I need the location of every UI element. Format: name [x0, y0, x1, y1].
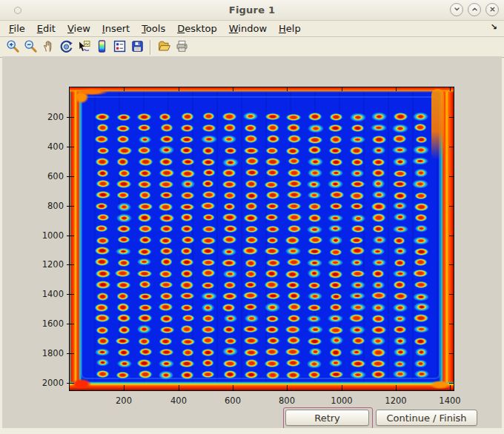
spot: [393, 247, 408, 256]
spot: [138, 190, 152, 200]
spot: [285, 123, 302, 133]
toolbar-button-zoom-out[interactable]: [21, 39, 39, 56]
continue-finish-button[interactable]: Continue / Finish: [376, 410, 477, 426]
maximize-button[interactable]: [468, 3, 481, 16]
spot: [350, 224, 366, 233]
spot: [412, 112, 429, 121]
menu-item-file[interactable]: File: [9, 23, 25, 34]
spot: [200, 348, 216, 357]
tick-mark: [233, 385, 233, 390]
spot: [264, 302, 281, 312]
spot: [179, 370, 195, 380]
spot: [159, 326, 176, 335]
menu-item-edit[interactable]: Edit: [37, 23, 56, 34]
spot: [95, 326, 110, 335]
menu-item-window[interactable]: Window: [229, 23, 267, 34]
tick-mark: [67, 383, 70, 384]
toolbar-button-legend[interactable]: [110, 39, 128, 56]
retry-button[interactable]: Retry: [285, 410, 369, 426]
spot: [96, 147, 110, 155]
menu-bar: FileEditViewInsertToolsDesktopWindowHelp…: [0, 21, 504, 37]
spot: [307, 157, 324, 167]
plate-corner-blob: [431, 89, 444, 159]
spot: [370, 370, 388, 379]
toolbar-button-print[interactable]: [173, 39, 190, 56]
toolbar-button-colorbar[interactable]: [93, 39, 110, 56]
spot: [392, 325, 408, 334]
spot: [391, 146, 409, 155]
title-bar[interactable]: Figure 1: [0, 0, 504, 21]
spot: [371, 258, 387, 267]
spot: [222, 281, 237, 290]
spot: [221, 180, 238, 189]
spot: [414, 213, 429, 222]
spot: [115, 247, 132, 256]
spot: [114, 337, 131, 345]
spot: [265, 123, 280, 133]
menu-item-insert[interactable]: Insert: [102, 23, 130, 34]
spot: [201, 314, 215, 324]
spot: [137, 157, 153, 167]
spot: [243, 134, 259, 144]
spot: [243, 281, 258, 290]
spot: [201, 179, 216, 188]
toolbar-button-rotate-3d[interactable]: [57, 39, 75, 56]
spot: [137, 293, 153, 301]
minimize-button[interactable]: [450, 3, 463, 16]
spot: [179, 338, 197, 346]
spot: [328, 248, 343, 256]
spot: [371, 269, 385, 278]
spot: [181, 314, 196, 322]
toolbar-button-zoom-in[interactable]: [4, 39, 21, 56]
spot: [136, 270, 153, 278]
toolbar-button-save[interactable]: [128, 39, 146, 56]
spot: [307, 236, 324, 244]
tick-mark: [70, 236, 74, 236]
menu-overflow-arrow[interactable]: ↘: [491, 22, 497, 32]
toolbar-button-pan[interactable]: [39, 39, 57, 56]
close-button[interactable]: [485, 3, 499, 16]
spot: [221, 112, 238, 121]
plot-area[interactable]: [69, 87, 454, 391]
menu-item-view[interactable]: View: [67, 23, 90, 34]
menu-item-tools[interactable]: Tools: [142, 23, 165, 34]
menu-item-desktop[interactable]: Desktop: [177, 23, 217, 34]
spot: [244, 314, 260, 323]
menu-item-help[interactable]: Help: [279, 23, 301, 34]
spot: [117, 169, 131, 178]
spot: [94, 280, 112, 290]
spot: [348, 246, 366, 256]
spot: [158, 281, 174, 289]
spot: [371, 168, 387, 178]
spot: [138, 280, 152, 289]
spot: [393, 360, 407, 368]
spot: [221, 235, 238, 244]
tick-mark: [396, 385, 397, 390]
y-tick-label: 1600: [31, 318, 64, 329]
spot: [328, 236, 343, 245]
plate-corner-blob: [70, 378, 93, 390]
spot: [93, 313, 110, 323]
spot: [242, 213, 259, 223]
legend-icon: [113, 39, 127, 56]
spot: [371, 314, 386, 324]
tick-mark: [179, 385, 179, 390]
spot: [116, 302, 130, 312]
toolbar-button-data-cursor[interactable]: [75, 39, 93, 56]
spot: [199, 247, 216, 256]
toolbar-button-open[interactable]: [155, 39, 173, 56]
spot: [158, 213, 176, 222]
spot: [202, 213, 216, 221]
tick-mark: [179, 87, 179, 91]
spot: [137, 169, 153, 178]
spot: [264, 113, 282, 121]
tick-mark: [70, 353, 74, 354]
spot: [179, 213, 194, 222]
spot: [222, 191, 237, 200]
spot: [348, 191, 366, 201]
spot: [263, 359, 281, 368]
spot: [306, 180, 322, 189]
tick-mark: [124, 87, 125, 91]
spot: [202, 168, 216, 177]
spot: [200, 325, 216, 333]
